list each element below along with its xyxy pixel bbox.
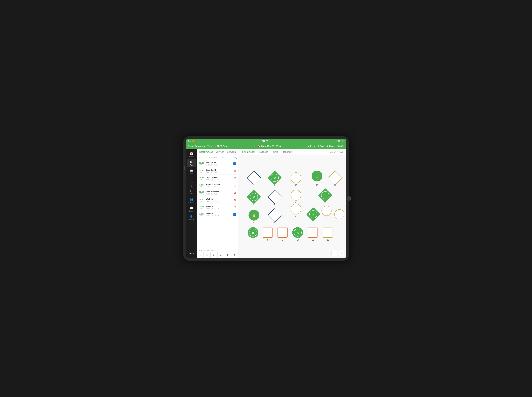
reservation-item[interactable]: 06:45 PM David Alnasur TABLE: 19 PAX: 5 … — [197, 175, 238, 182]
content-area: RESERVATIONS WAITLIST SERVERS SEATED UPC… — [197, 149, 346, 258]
table-12[interactable]: 12 — [323, 228, 333, 241]
svg-text:5: 5 — [253, 222, 254, 224]
pax-6-button[interactable]: 6 — [231, 252, 238, 258]
svg-text:✕: ✕ — [296, 231, 299, 235]
table-18[interactable]: ⌂ 18 — [312, 171, 322, 186]
sidebar-item-booking[interactable]: 📅 Booking — [187, 150, 196, 159]
reservation-item[interactable]: 07:15 PM Walk-in TABLE: 10 PAX: 4 ⊗ — [197, 196, 238, 204]
top-nav: Demo Restaurant (2) ▼ 📈 32 Covers ‹ 📅 Mo… — [186, 143, 346, 149]
sidebar: 📅 Booking ⊞ Floor 📖 Book ☰ Grid ⊟ — [186, 149, 197, 258]
table-8[interactable]: 8 — [263, 228, 272, 241]
check-action-button[interactable]: ✓ — [332, 250, 337, 256]
reservation-item[interactable]: 07:15 PM Walk-in TABLE: 18 PAX: 5 🔵 — [197, 211, 238, 218]
table-21[interactable]: ✕ 21 — [306, 207, 320, 223]
table-icon: ⊟ — [190, 189, 193, 192]
sidebar-item-floor[interactable]: ⊞ Floor — [187, 159, 196, 167]
sidebar-item-book[interactable]: 📖 Book — [187, 168, 196, 176]
eat-logo: eat — [187, 250, 196, 257]
table-20[interactable]: 20 — [328, 171, 342, 186]
res-status-icon: 🔵 — [233, 162, 236, 166]
today-button[interactable]: Today — [308, 145, 315, 147]
filter-seated[interactable]: SEATED — [198, 156, 207, 159]
reservation-item[interactable]: 07:15 PM Walk-in TABLE: 21 PAX: 4 ⊗ — [197, 204, 238, 211]
reservation-item[interactable]: 06:45 PM Jonn Smith TABLE: 2 PAX: 4 ⊗ — [197, 167, 238, 175]
sidebar-label-floor: Floor — [190, 164, 193, 166]
print-button[interactable]: 🖨 Print — [317, 145, 324, 147]
floor-tab-patio[interactable]: PATIO — [271, 149, 281, 155]
pax-5-button[interactable]: 5 — [224, 252, 231, 258]
edit-floor-button[interactable]: ⚙ EDIT FLOOR — [329, 150, 344, 155]
tab-servers[interactable]: SERVERS — [226, 149, 237, 155]
bluetooth-icon: ✴ — [336, 140, 337, 142]
table-2[interactable]: ✕ 2 — [268, 171, 282, 186]
floor-tab-dining[interactable]: DINING ROOM — [240, 149, 257, 155]
next-date-button[interactable]: › — [282, 145, 284, 148]
table-6[interactable]: 6 — [268, 208, 282, 224]
pax-1-button[interactable]: 1 — [197, 252, 204, 258]
filter-upcoming[interactable]: UPCOMING — [208, 156, 220, 159]
sidebar-item-grid[interactable]: ☰ Grid — [187, 176, 196, 184]
sidebar-item-table[interactable]: ⊟ Table — [187, 188, 196, 196]
search-button[interactable]: 🔍 — [234, 156, 237, 159]
floor-tab-outdoor[interactable]: OUTDOOR — [257, 149, 271, 155]
all-shifts-button[interactable]: All Shifts — [337, 145, 344, 147]
svg-text:13: 13 — [295, 184, 297, 186]
reservation-item[interactable]: 07:15 PM Sara Winnicott TABLE: 3 PAX: 4 … — [197, 189, 238, 196]
svg-point-38 — [334, 210, 344, 219]
tab-waitlist[interactable]: WAITLIST — [215, 149, 226, 155]
floor-canvas: 1 ✕ 2 13 — [238, 155, 346, 258]
pax-4-button[interactable]: 4 — [218, 252, 224, 258]
table-17[interactable]: 17 — [334, 210, 344, 223]
calendar-icon: 📅 — [257, 145, 260, 148]
pax-2-button[interactable]: 2 — [204, 252, 211, 258]
sidebar-label-support: Support — [189, 210, 194, 212]
table-7[interactable]: ✕ 7 — [248, 227, 258, 241]
svg-text:✕: ✕ — [312, 213, 314, 216]
floor-tab-terrace[interactable]: TERRACE — [281, 149, 294, 155]
gear-icon: ⚙ — [330, 151, 332, 153]
table-19[interactable]: ✕ 19 — [318, 188, 332, 204]
pax-3-button[interactable]: 3 — [211, 252, 218, 258]
res-status-icon: ⊗ — [234, 205, 236, 209]
table-9[interactable]: 9 — [278, 228, 287, 241]
support-icon: 💬 — [190, 206, 193, 210]
reservation-item[interactable]: 07:15 PM Mathieu Valayer TABLE: 7 PAX: 2… — [197, 182, 238, 189]
table-11[interactable]: 11 — [308, 228, 318, 241]
sidebar-label-table: Table — [190, 193, 193, 195]
sidebar-label-booking: Booking — [189, 156, 194, 157]
sidebar-item-support[interactable]: 💬 Support — [187, 205, 196, 213]
sidebar-item-contacts[interactable]: 👥 Contacts — [187, 196, 196, 205]
table-1[interactable]: 1 — [247, 171, 261, 186]
svg-text:✕: ✕ — [252, 231, 254, 235]
svg-text:🎂: 🎂 — [252, 214, 256, 217]
table-14[interactable]: 14 — [291, 190, 301, 204]
ipad-frame: iPad 📶 7:22 PM ✴ 24% 🔋 Demo Restaurant (… — [183, 136, 349, 261]
reservations-panel: RESERVATIONS WAITLIST SERVERS SEATED UPC… — [197, 149, 238, 258]
table-10[interactable]: ✕ 10 — [292, 227, 303, 241]
home-button[interactable] — [347, 196, 351, 201]
filter-all[interactable]: ALL — [220, 156, 226, 159]
table-5[interactable]: 🎂 5 — [249, 210, 259, 223]
table-4[interactable]: 4 — [268, 190, 282, 205]
table-13[interactable]: 13 — [291, 173, 301, 186]
prev-date-button[interactable]: ‹ — [254, 145, 256, 148]
clock-action-button[interactable]: 🕐 — [338, 250, 344, 256]
res-status-icon: ⊗ — [234, 191, 236, 194]
sidebar-item-account[interactable]: 👤 Account — [187, 214, 196, 222]
svg-text:3: 3 — [253, 203, 254, 205]
walkins-label: NUMBER OF WALKINS: — [201, 249, 219, 251]
floor-svg: 1 ✕ 2 13 — [238, 155, 346, 258]
table-15[interactable]: 15 — [291, 204, 301, 217]
reservation-item[interactable]: 06:45 PM Alex Smith TABLE: 5 PAX: 4 🔵 — [197, 160, 238, 167]
battery-icon: 🔋 — [342, 140, 344, 142]
table-16[interactable]: 16 — [321, 206, 331, 219]
svg-text:17: 17 — [338, 220, 340, 223]
svg-rect-44 — [263, 228, 272, 237]
restaurant-name[interactable]: Demo Restaurant (2) ▼ — [188, 145, 212, 147]
notes-icon: 📋 — [326, 145, 329, 147]
table-3[interactable]: ✕ 3 — [247, 190, 261, 205]
side-button — [184, 166, 185, 170]
tab-reservations[interactable]: RESERVATIONS — [198, 149, 215, 155]
res-info: David Alnasur TABLE: 19 PAX: 5 — [206, 176, 232, 180]
notes-button[interactable]: 📋 Notes — [326, 145, 334, 147]
